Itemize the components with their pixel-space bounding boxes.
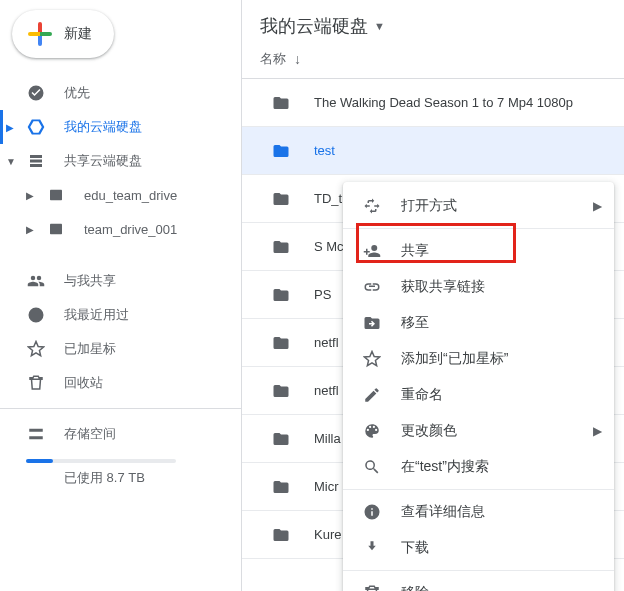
- sidebar-item-starred[interactable]: 已加星标: [0, 332, 241, 366]
- ctx-item-label: 添加到“已加星标”: [401, 350, 508, 368]
- clock-icon: [26, 306, 46, 324]
- folder-icon: [272, 238, 294, 256]
- chevron-right-icon: ▶: [593, 424, 602, 438]
- ctx-item-label: 查看详细信息: [401, 503, 485, 521]
- shared-drive-icon: [26, 152, 46, 170]
- ctx-item-label: 移至: [401, 314, 429, 332]
- ctx-remove[interactable]: 移除: [343, 575, 614, 591]
- folder-row[interactable]: The Walking Dead Season 1 to 7 Mp4 1080p: [242, 79, 624, 127]
- ctx-add-star[interactable]: 添加到“已加星标”: [343, 341, 614, 377]
- drive-box-icon: [46, 186, 66, 204]
- my-drive-icon: [26, 117, 46, 137]
- sidebar-item-my-drive[interactable]: ▶ 我的云端硬盘: [0, 110, 241, 144]
- sidebar-item-priority[interactable]: 优先: [0, 76, 241, 110]
- ctx-get-link[interactable]: 获取共享链接: [343, 269, 614, 305]
- expand-icon[interactable]: ▶: [6, 122, 16, 133]
- ctx-item-label: 下载: [401, 539, 429, 557]
- sidebar-item-storage[interactable]: 存储空间: [0, 417, 241, 451]
- download-icon: [361, 539, 383, 557]
- trash-icon: [361, 584, 383, 591]
- sidebar-item-label: 存储空间: [64, 425, 116, 443]
- star-icon: [361, 350, 383, 368]
- sidebar-item-label: 优先: [64, 84, 90, 102]
- sidebar-item-shared-with-me[interactable]: 与我共享: [0, 264, 241, 298]
- expand-icon[interactable]: ▶: [26, 224, 36, 235]
- chevron-right-icon: ▶: [593, 199, 602, 213]
- folder-name: test: [314, 143, 335, 158]
- sidebar-item-shared-drives[interactable]: ▼ 共享云端硬盘: [0, 144, 241, 178]
- sidebar-item-label: 我的云端硬盘: [64, 118, 142, 136]
- ctx-download[interactable]: 下载: [343, 530, 614, 566]
- storage-icon: [26, 425, 46, 443]
- folder-row-selected[interactable]: test: [242, 127, 624, 175]
- sidebar-item-edu-team-drive[interactable]: ▶ edu_team_drive: [0, 178, 241, 212]
- open-with-icon: [361, 197, 383, 215]
- storage-bar: [26, 459, 176, 463]
- folder-name: Milla: [314, 431, 341, 446]
- sidebar-item-label: 共享云端硬盘: [64, 152, 142, 170]
- ctx-search-within[interactable]: 在“test”内搜索: [343, 449, 614, 485]
- sidebar-item-label: 与我共享: [64, 272, 116, 290]
- collapse-icon[interactable]: ▼: [6, 156, 16, 167]
- person-add-icon: [361, 242, 383, 260]
- folder-icon: [272, 478, 294, 496]
- search-icon: [361, 458, 383, 476]
- expand-icon[interactable]: ▶: [26, 190, 36, 201]
- palette-icon: [361, 422, 383, 440]
- info-icon: [361, 503, 383, 521]
- ctx-item-label: 移除: [401, 584, 429, 591]
- new-button[interactable]: 新建: [12, 10, 114, 58]
- column-header-name[interactable]: 名称 ↓: [242, 50, 624, 79]
- sidebar-item-label: edu_team_drive: [84, 188, 177, 203]
- folder-icon: [272, 334, 294, 352]
- folder-name: netfl: [314, 383, 339, 398]
- folder-icon: [272, 94, 294, 112]
- ctx-item-label: 重命名: [401, 386, 443, 404]
- folder-icon: [272, 286, 294, 304]
- ctx-share[interactable]: 共享: [343, 233, 614, 269]
- folder-name: netfl: [314, 335, 339, 350]
- drive-box-icon: [46, 220, 66, 238]
- folder-name: Micr: [314, 479, 339, 494]
- ctx-item-label: 获取共享链接: [401, 278, 485, 296]
- ctx-view-details[interactable]: 查看详细信息: [343, 494, 614, 530]
- sort-arrow-down-icon: ↓: [294, 51, 301, 67]
- sidebar-item-team-drive-001[interactable]: ▶ team_drive_001: [0, 212, 241, 246]
- link-icon: [361, 278, 383, 296]
- new-button-label: 新建: [64, 25, 92, 43]
- sidebar: 新建 优先 ▶ 我的云端硬盘 ▼ 共享云端硬盘: [0, 0, 242, 591]
- svg-rect-1: [50, 224, 62, 235]
- trash-icon: [26, 374, 46, 392]
- folder-name: S Mc: [314, 239, 344, 254]
- ctx-open-with[interactable]: 打开方式 ▶: [343, 188, 614, 224]
- folder-name: PS: [314, 287, 331, 302]
- ctx-item-label: 更改颜色: [401, 422, 457, 440]
- chevron-down-icon: ▼: [374, 20, 385, 32]
- ctx-item-label: 打开方式: [401, 197, 457, 215]
- ctx-rename[interactable]: 重命名: [343, 377, 614, 413]
- sidebar-item-label: 回收站: [64, 374, 103, 392]
- sidebar-item-label: 我最近用过: [64, 306, 129, 324]
- move-icon: [361, 314, 383, 332]
- folder-icon: [272, 382, 294, 400]
- column-header-label: 名称: [260, 50, 286, 68]
- folder-icon: [272, 142, 294, 160]
- folder-name: The Walking Dead Season 1 to 7 Mp4 1080p: [314, 95, 573, 110]
- sidebar-item-label: team_drive_001: [84, 222, 177, 237]
- folder-icon: [272, 430, 294, 448]
- sidebar-item-label: 已加星标: [64, 340, 116, 358]
- folder-icon: [272, 526, 294, 544]
- sidebar-item-trash[interactable]: 回收站: [0, 366, 241, 400]
- sidebar-item-recent[interactable]: 我最近用过: [0, 298, 241, 332]
- breadcrumb[interactable]: 我的云端硬盘 ▼: [242, 0, 624, 50]
- star-icon: [26, 340, 46, 358]
- folder-name: TD_t: [314, 191, 342, 206]
- ctx-change-color[interactable]: 更改颜色 ▶: [343, 413, 614, 449]
- plus-icon: [28, 22, 52, 46]
- ctx-move-to[interactable]: 移至: [343, 305, 614, 341]
- context-menu: 打开方式 ▶ 共享 获取共享链接 移至 添加到“已加星标” 重命名 更改颜色 ▶…: [343, 182, 614, 591]
- priority-icon: [26, 84, 46, 102]
- folder-icon: [272, 190, 294, 208]
- breadcrumb-label: 我的云端硬盘: [260, 14, 368, 38]
- svg-rect-0: [50, 190, 62, 201]
